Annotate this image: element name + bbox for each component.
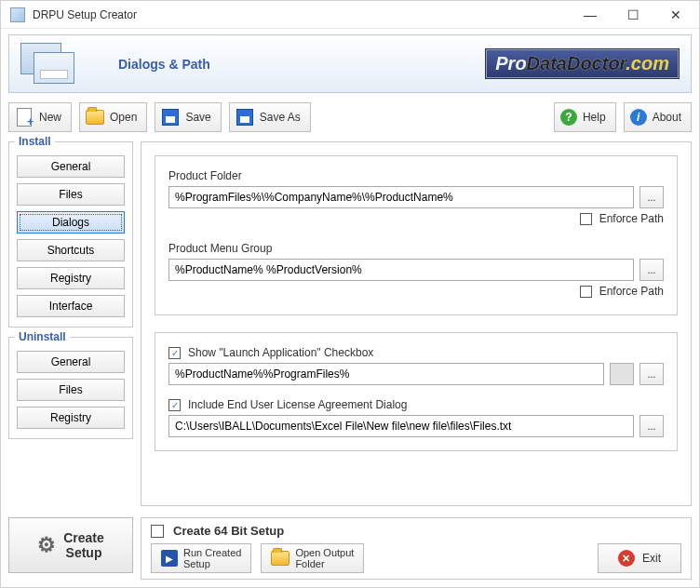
save-as-button[interactable]: Save As <box>229 102 311 132</box>
dialog-icon <box>20 43 76 86</box>
product-folder-input[interactable] <box>168 186 634 208</box>
page-title: Dialogs & Path <box>118 57 210 72</box>
info-icon: i <box>630 109 647 126</box>
checkbox-checked-icon: ✓ <box>168 347 181 359</box>
create-64bit-checkbox[interactable]: Create 64 Bit Setup <box>151 524 681 538</box>
sidebar-item-interface[interactable]: Interface <box>17 295 125 317</box>
uninstall-group-label: Uninstall <box>15 330 70 343</box>
install-group-label: Install <box>15 135 55 148</box>
eula-path-input[interactable] <box>168 415 634 437</box>
product-folder-label: Product Folder <box>168 169 664 182</box>
help-button[interactable]: ?Help <box>554 102 616 132</box>
checkbox-icon <box>151 525 164 538</box>
uninstall-group: Uninstall General Files Registry <box>8 337 133 439</box>
sidebar-item-un-general[interactable]: General <box>17 351 125 373</box>
show-launch-checkbox[interactable]: ✓Show "Launch Application" Checkbox <box>168 346 664 359</box>
paths-fieldset: Product Folder ... Enforce Path Product … <box>155 155 678 315</box>
sidebar-item-shortcuts[interactable]: Shortcuts <box>17 239 125 261</box>
sidebar-item-dialogs[interactable]: Dialogs <box>17 211 125 234</box>
product-folder-browse[interactable]: ... <box>639 186 664 208</box>
close-button[interactable]: ✕ <box>654 2 697 28</box>
folder-open-icon <box>86 110 104 125</box>
save-as-icon <box>236 109 253 126</box>
maximize-button[interactable]: ☐ <box>612 2 654 28</box>
open-button[interactable]: Open <box>79 102 147 132</box>
footer: ⚙ Create Setup Create 64 Bit Setup ▶ Run… <box>1 512 699 587</box>
minimize-button[interactable]: — <box>569 2 612 28</box>
include-eula-checkbox[interactable]: ✓Include End User License Agreement Dial… <box>168 398 664 411</box>
checkbox-checked-icon: ✓ <box>168 399 181 411</box>
sidebar-item-un-files[interactable]: Files <box>17 379 125 401</box>
new-button[interactable]: New <box>8 102 72 132</box>
run-created-setup-button[interactable]: ▶ Run Created Setup <box>151 543 251 573</box>
sidebar-item-general[interactable]: General <box>17 155 125 178</box>
checkbox-icon <box>580 286 592 298</box>
close-circle-icon: ✕ <box>618 550 635 567</box>
product-menu-label: Product Menu Group <box>168 242 664 255</box>
create-setup-button[interactable]: ⚙ Create Setup <box>8 517 133 573</box>
sidebar-item-un-registry[interactable]: Registry <box>17 407 125 429</box>
main-pane: Product Folder ... Enforce Path Product … <box>141 141 692 506</box>
toolbar: New Open Save Save As ?Help iAbout <box>1 99 699 136</box>
checkbox-icon <box>580 213 592 225</box>
window-title: DRPU Setup Creator <box>33 8 569 21</box>
options-fieldset: ✓Show "Launch Application" Checkbox ... … <box>155 332 678 451</box>
footer-main: Create 64 Bit Setup ▶ Run Created Setup … <box>141 517 692 580</box>
sidebar-item-files[interactable]: Files <box>17 183 125 206</box>
main-box: Product Folder ... Enforce Path Product … <box>141 141 692 506</box>
body: Install General Files Dialogs Shortcuts … <box>1 136 699 512</box>
new-icon <box>17 108 32 127</box>
gear-icon: ⚙ <box>37 533 56 557</box>
enforce-path-1[interactable]: Enforce Path <box>580 212 664 225</box>
app-window: DRPU Setup Creator — ☐ ✕ Dialogs & Path … <box>0 0 700 588</box>
titlebar: DRPU Setup Creator — ☐ ✕ <box>1 1 699 29</box>
install-group: Install General Files Dialogs Shortcuts … <box>8 141 133 327</box>
exit-button[interactable]: ✕ Exit <box>598 543 681 573</box>
about-button[interactable]: iAbout <box>624 102 692 132</box>
launch-disabled-button <box>610 363 634 385</box>
play-icon: ▶ <box>161 550 178 567</box>
open-output-folder-button[interactable]: Open Output Folder <box>261 543 364 573</box>
save-icon <box>162 109 179 126</box>
launch-app-input[interactable] <box>168 363 604 385</box>
app-icon <box>10 7 25 22</box>
launch-browse-button[interactable]: ... <box>639 363 664 385</box>
enforce-path-2[interactable]: Enforce Path <box>580 285 664 298</box>
save-button[interactable]: Save <box>155 102 221 132</box>
eula-browse-button[interactable]: ... <box>639 415 664 437</box>
sidebar: Install General Files Dialogs Shortcuts … <box>8 141 133 506</box>
product-menu-input[interactable] <box>168 259 634 281</box>
sidebar-item-registry[interactable]: Registry <box>17 267 125 289</box>
header-strip: Dialogs & Path ProDataDoctor.com <box>8 34 692 93</box>
folder-icon <box>271 551 289 566</box>
help-icon: ? <box>560 109 577 126</box>
product-menu-browse[interactable]: ... <box>639 259 664 281</box>
brand-logo: ProDataDoctor.com <box>485 48 680 79</box>
